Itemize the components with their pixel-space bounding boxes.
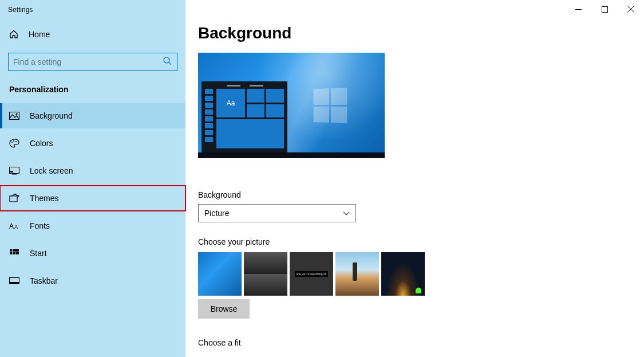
preview-sample-text: Aa [216,89,245,117]
svg-point-5 [13,140,14,142]
search-wrap [8,53,177,71]
nav: Background Colors Lock screen Themes AA … [0,103,185,293]
svg-point-0 [164,57,169,63]
svg-rect-14 [13,249,19,252]
minimize-button[interactable] [565,0,591,18]
nav-label: Colors [30,139,53,148]
browse-button[interactable]: Browse [198,299,250,319]
app-title: Settings [0,0,185,24]
svg-rect-17 [15,252,19,254]
svg-rect-8 [12,174,17,175]
preview-startmenu: Aa [202,81,287,152]
close-button[interactable] [618,0,644,18]
preview-taskbar [198,152,385,158]
svg-point-4 [11,142,13,143]
svg-rect-21 [602,6,607,12]
search-icon [163,56,172,68]
windows-logo-icon [314,88,347,123]
fonts-icon: AA [9,221,19,230]
palette-icon [9,139,19,148]
svg-rect-2 [10,112,19,120]
nav-background[interactable]: Background [0,103,185,128]
picture-thumb[interactable]: one you're searching for [290,252,333,296]
sidebar: Settings Home Personalization Background… [0,0,185,357]
svg-rect-13 [10,249,12,252]
svg-rect-9 [10,171,13,172]
nav-taskbar[interactable]: Taskbar [0,268,185,293]
page-title: Background [198,24,644,42]
svg-point-6 [15,141,17,142]
themes-icon [9,194,19,203]
nav-label: Fonts [30,221,50,230]
nav-start[interactable]: Start [0,241,185,266]
svg-text:A: A [14,224,18,230]
lockscreen-icon [9,166,19,175]
picture-thumb[interactable] [335,252,379,296]
nav-label: Lock screen [30,166,73,175]
home-label: Home [29,30,50,39]
picture-thumb[interactable] [244,252,287,296]
main: Background Aa Background Picture Choose … [185,0,644,357]
svg-rect-15 [10,252,12,254]
home-icon [9,30,18,39]
picture-icon [9,111,19,120]
background-select[interactable]: Picture [198,204,356,222]
nav-label: Themes [30,194,59,203]
search-input[interactable] [8,53,177,71]
background-label: Background [198,190,644,199]
nav-label: Start [30,249,47,258]
choose-picture-label: Choose your picture [198,237,644,246]
nav-label: Taskbar [30,276,58,285]
svg-rect-19 [10,282,19,284]
nav-fonts[interactable]: AA Fonts [0,213,185,238]
svg-rect-16 [13,252,15,254]
picture-thumb[interactable] [198,252,242,296]
maximize-button[interactable] [591,0,618,18]
svg-rect-10 [10,196,17,202]
titlebar [565,0,644,18]
nav-themes[interactable]: Themes [0,186,185,211]
section-title: Personalization [0,71,185,103]
svg-text:A: A [9,222,14,230]
home-button[interactable]: Home [0,24,185,45]
picture-thumb[interactable] [381,252,425,296]
chevron-down-icon [343,209,350,218]
choose-fit-label: Choose a fit [198,338,644,347]
start-icon [9,249,19,258]
picture-thumbnails: one you're searching for [198,252,644,296]
nav-lockscreen[interactable]: Lock screen [0,158,185,183]
svg-line-1 [169,62,171,65]
taskbar-icon [9,276,19,285]
background-select-value: Picture [204,209,230,218]
svg-point-3 [16,113,18,115]
background-preview: Aa [198,53,385,158]
nav-colors[interactable]: Colors [0,131,185,156]
nav-label: Background [30,111,73,120]
